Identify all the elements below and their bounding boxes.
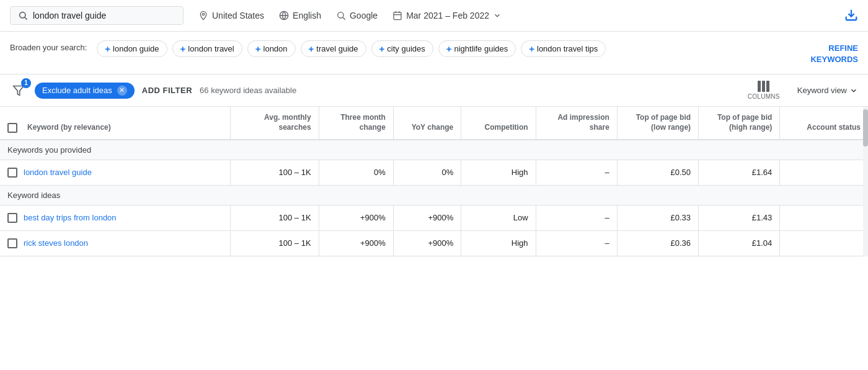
chip-london[interactable]: + london	[247, 40, 296, 57]
col-toplow-label: Top of page bid (low range)	[625, 113, 691, 132]
download-button[interactable]	[844, 8, 858, 24]
section-ideas-header: Keyword ideas	[0, 185, 868, 205]
table-row: best day trips from london 100 – 1K +900…	[0, 205, 868, 230]
search-box[interactable]	[10, 6, 184, 25]
plus-icon: +	[180, 43, 186, 54]
row-checkbox[interactable]	[7, 213, 17, 223]
platform-icon	[336, 11, 346, 20]
filter-badge[interactable]: 1	[10, 82, 27, 99]
keyword-link[interactable]: rick steves london	[24, 238, 88, 248]
calendar-icon	[392, 11, 402, 20]
col-header-avg-monthly: Avg. monthly searches	[231, 107, 319, 139]
account-status-cell	[780, 160, 868, 185]
keyword-cell: rick steves london	[0, 230, 231, 256]
account-status-cell	[780, 230, 868, 256]
col-keyword-label: Keyword (by relevance)	[27, 123, 111, 133]
select-all-checkbox[interactable]	[7, 123, 17, 133]
plus-icon: +	[379, 43, 385, 54]
chip-travel-guide[interactable]: + travel guide	[301, 40, 366, 57]
ad-impression-cell: –	[536, 230, 617, 256]
section-provided-header: Keywords you provided	[0, 140, 868, 160]
columns-label: COLUMNS	[748, 93, 780, 100]
plus-icon: +	[446, 43, 452, 54]
broaden-chips: + london guide + london travel + london …	[97, 40, 786, 57]
plus-icon: +	[105, 43, 110, 54]
svg-rect-5	[394, 12, 401, 20]
broaden-label: Broaden your search:	[10, 40, 87, 52]
results-table: Keyword (by relevance) Avg. monthly sear…	[0, 107, 868, 256]
plus-icon: +	[529, 43, 534, 54]
row-checkbox[interactable]	[7, 238, 17, 248]
filter-count-badge: 1	[21, 78, 31, 88]
plus-icon: +	[255, 43, 261, 54]
col-header-ad-impression: Ad impression share	[536, 107, 617, 139]
keyword-view-chevron-icon	[849, 86, 858, 95]
top-low-cell: £0.33	[617, 205, 698, 230]
refine-keywords-button[interactable]: REFINEKEYWORDS	[796, 40, 858, 65]
chip-city-guides[interactable]: + city guides	[371, 40, 433, 57]
columns-icon	[758, 81, 769, 92]
keyword-view-label: Keyword view	[797, 86, 847, 95]
svg-point-0	[20, 12, 25, 18]
vertical-scrollbar[interactable]	[863, 107, 868, 256]
col-competition-label: Competition	[485, 123, 528, 133]
col-adshare-label: Ad impression share	[544, 113, 609, 132]
scrollbar-thumb[interactable]	[863, 109, 868, 147]
table-row: rick steves london 100 – 1K +900% +900% …	[0, 230, 868, 256]
yoy-cell: 0%	[393, 160, 461, 185]
svg-marker-10	[14, 86, 24, 95]
avg-monthly-cell: 100 – 1K	[231, 205, 319, 230]
avg-monthly-cell: 100 – 1K	[231, 160, 319, 185]
col-tophigh-label: Top of page bid (high range)	[706, 113, 772, 132]
row-checkbox[interactable]	[7, 168, 17, 178]
top-bar: United States English Google Mar 2021 – …	[0, 0, 868, 32]
chip-london-travel[interactable]: + london travel	[172, 40, 242, 57]
chip-nightlife-guides[interactable]: + nightlife guides	[438, 40, 516, 57]
ad-impression-cell: –	[536, 160, 617, 185]
exclude-adult-chip[interactable]: Exclude adult ideas ✕	[35, 83, 135, 99]
keyword-link[interactable]: best day trips from london	[24, 213, 117, 222]
section-ideas-label: Keyword ideas	[0, 185, 868, 205]
col-header-yoy: YoY change	[393, 107, 461, 139]
date-filter[interactable]: Mar 2021 – Feb 2022	[392, 11, 502, 20]
competition-cell: High	[461, 230, 536, 256]
yoy-cell: +900%	[393, 205, 461, 230]
location-filter[interactable]: United States	[198, 11, 264, 20]
top-low-cell: £0.50	[617, 160, 698, 185]
add-filter-button[interactable]: ADD FILTER	[142, 86, 192, 95]
columns-button[interactable]: COLUMNS	[748, 81, 780, 100]
keyword-cell: london travel guide	[0, 160, 231, 185]
results-table-container: Keyword (by relevance) Avg. monthly sear…	[0, 107, 868, 256]
top-high-cell: £1.64	[699, 160, 780, 185]
download-icon	[844, 8, 858, 22]
svg-line-1	[25, 17, 27, 20]
chip-label: travel guide	[316, 44, 358, 53]
remove-filter-button[interactable]: ✕	[117, 86, 127, 96]
svg-point-2	[202, 13, 204, 15]
avg-monthly-cell: 100 – 1K	[231, 230, 319, 256]
three-month-cell: +900%	[319, 230, 393, 256]
search-input[interactable]	[33, 11, 175, 20]
language-label: English	[293, 11, 321, 20]
col-yoy-label: YoY change	[412, 123, 454, 133]
language-icon	[279, 11, 289, 20]
table-row: london travel guide 100 – 1K 0% 0% High …	[0, 160, 868, 185]
chip-london-travel-tips[interactable]: + london travel tips	[521, 40, 606, 57]
col-header-keyword: Keyword (by relevance)	[0, 107, 231, 139]
platform-filter[interactable]: Google	[336, 11, 378, 20]
broaden-section: Broaden your search: + london guide + lo…	[0, 32, 868, 74]
col-header-competition: Competition	[461, 107, 536, 139]
keyword-view-button[interactable]: Keyword view	[797, 86, 858, 95]
section-provided-label: Keywords you provided	[0, 140, 868, 160]
col-3mo-label: Three month change	[327, 113, 386, 132]
competition-cell: High	[461, 160, 536, 185]
competition-cell: Low	[461, 205, 536, 230]
chip-london-guide[interactable]: + london guide	[97, 40, 167, 57]
ad-impression-cell: –	[536, 205, 617, 230]
keyword-link[interactable]: london travel guide	[24, 168, 92, 177]
col-header-top-high: Top of page bid (high range)	[699, 107, 780, 139]
language-filter[interactable]: English	[279, 11, 321, 20]
account-status-cell	[780, 205, 868, 230]
svg-line-4	[343, 17, 345, 20]
results-table-wrapper: Keyword (by relevance) Avg. monthly sear…	[0, 107, 868, 256]
